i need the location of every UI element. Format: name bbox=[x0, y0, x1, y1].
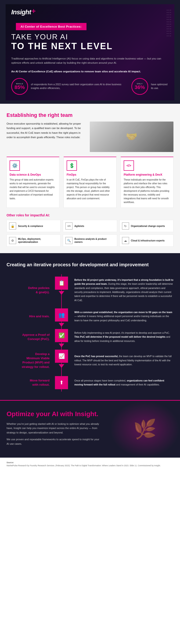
step-label-1: Define policies & goal(s). bbox=[6, 274, 53, 306]
step-icon-5: ⬆ bbox=[55, 376, 68, 389]
optimize-section: 🌿 Optimize your AI with Insight. Whether… bbox=[0, 400, 180, 458]
team-section-title: Establishing the right team bbox=[6, 112, 174, 118]
step-desc-4: Once the PoC has proved successful, the … bbox=[70, 347, 174, 374]
cloud-label: Cloud & infrastructure experts bbox=[131, 239, 165, 242]
process-step-1: Define policies & goal(s). 📋 Before the … bbox=[6, 274, 174, 306]
hero-body-text: Traditional approaches to Artificial Int… bbox=[11, 56, 169, 74]
role-card-datascience: ⚙️ Data science & DevOps This group of d… bbox=[6, 157, 59, 208]
other-role-business-analysts: 🔍 Business analysts & product owners bbox=[63, 234, 117, 246]
stat-circle-85: WHILE 85% bbox=[11, 78, 28, 95]
agileists-label: Agileists bbox=[74, 224, 84, 228]
other-roles-grid: 🔒 Security & compliance </> Agileists ↻ … bbox=[6, 220, 174, 246]
step-label-2: Hire and train. bbox=[6, 306, 53, 327]
hero-body: Traditional approaches to Artificial Int… bbox=[5, 53, 175, 74]
hero-stats: WHILE 85% of respondents from a 2022 sur… bbox=[5, 74, 175, 100]
hero-badge: AI Center of Excellence Best Practices: bbox=[16, 23, 86, 30]
process-step-2: Hire and train. 👥 With a common goal est… bbox=[6, 306, 174, 327]
hero-title-line2: TO THE NEXT LEVEL bbox=[11, 41, 169, 51]
process-section-title: Creating an iterative process for develo… bbox=[6, 262, 174, 268]
process-step-4: Develop a Minimum Viable Product (MVP) a… bbox=[6, 347, 174, 374]
step-icon-4: 📈 bbox=[55, 350, 68, 363]
role-desc-finops: In an AI CoE, FinOps plays the role of m… bbox=[67, 178, 113, 200]
role-title-finops: FinOps bbox=[67, 173, 113, 177]
role-title-platform: Platform engineering & DevX bbox=[124, 173, 171, 177]
role-card-finops: 💲 FinOps In an AI CoE, FinOps plays the … bbox=[64, 157, 116, 208]
step-desc-2: With a common goal established, the orga… bbox=[70, 306, 174, 327]
hero-title-line1: TAKE YOUR AI bbox=[11, 32, 169, 41]
footer: Source: MarketPulse Research by Foundry … bbox=[0, 458, 180, 470]
step-middle-4: 📈 bbox=[53, 347, 70, 374]
step-label-3: Approve a Proof of Concept (PoC). bbox=[6, 327, 53, 347]
process-section: Creating an iterative process for develo… bbox=[0, 253, 180, 400]
process-step-5: Move forward with rollout. ⬆ Once all pr… bbox=[6, 374, 174, 392]
stat-number-36: 36% bbox=[135, 85, 145, 90]
step-arrow-3 bbox=[59, 344, 64, 347]
logo-text: Insight bbox=[11, 8, 31, 16]
role-card-platform: </> Platform engineering & DevX These in… bbox=[121, 157, 174, 208]
header: Insight ✛ ●●●●●●●●●●●●●●●●●●●●●●●●●●●●●●… bbox=[0, 0, 180, 104]
hero-title: TAKE YOUR AI TO THE NEXT LEVEL bbox=[5, 30, 175, 53]
step-label-5: Move forward with rollout. bbox=[6, 374, 53, 392]
optimize-title: Optimize your AI with Insight. bbox=[6, 410, 100, 418]
role-desc-datascience: This group of data and automation expert… bbox=[9, 178, 56, 200]
other-role-org-change: ↻ Organizational change experts bbox=[119, 220, 174, 232]
optimize-content: Optimize your AI with Insight. Whether y… bbox=[6, 410, 100, 446]
step-desc-5: Once all previous stages have been compl… bbox=[70, 374, 174, 392]
other-role-security: 🔒 Security & compliance bbox=[6, 220, 61, 232]
role-icon-finops: 💲 bbox=[67, 160, 77, 171]
stat-desc-36: have optimized its use. bbox=[151, 83, 169, 90]
main-roles-grid: ⚙️ Data science & DevOps This group of d… bbox=[6, 157, 174, 208]
org-change-icon: ↻ bbox=[122, 222, 129, 230]
stat-85: WHILE 85% of respondents from a 2022 sur… bbox=[11, 78, 129, 95]
optimize-text-1: Whether you're just getting started with… bbox=[6, 422, 100, 435]
other-role-cloud: ☁ Cloud & infrastructure experts bbox=[119, 234, 174, 246]
org-change-label: Organizational change experts bbox=[131, 224, 165, 228]
mlops-label: MLOps, deployment, operationalization bbox=[18, 238, 58, 244]
team-section: Establishing the right team Once executi… bbox=[0, 104, 180, 254]
step-desc-3: Before fully implementing a new AI proje… bbox=[70, 327, 174, 347]
footer-source: Source: MarketPulse Research by Foundry … bbox=[6, 461, 174, 467]
step-middle-5: ⬆ bbox=[53, 374, 70, 392]
role-title-datascience: Data science & DevOps bbox=[9, 173, 56, 177]
step-label-4: Develop a Minimum Viable Product (MVP) a… bbox=[6, 347, 53, 374]
optimize-text-2: We use proven and repeatable frameworks … bbox=[6, 437, 100, 446]
other-role-agileists: </> Agileists bbox=[63, 220, 117, 232]
logo-plus-icon: ✛ bbox=[31, 8, 35, 14]
step-arrow-4 bbox=[59, 364, 64, 368]
other-role-mlops: ⚙ MLOps, deployment, operationalization bbox=[6, 234, 61, 246]
hero-section: Insight ✛ ●●●●●●●●●●●●●●●●●●●●●●●●●●●●●●… bbox=[5, 4, 175, 100]
stat-circle-36: ONLY 36% bbox=[131, 78, 148, 95]
step-icon-2: 👥 bbox=[55, 308, 68, 322]
step-arrow-1 bbox=[59, 291, 64, 295]
cloud-icon: ☁ bbox=[122, 237, 129, 244]
agileists-icon: </> bbox=[65, 222, 72, 230]
business-analysts-label: Business analysts & product owners bbox=[74, 238, 114, 244]
step-middle-3: ✅ bbox=[53, 327, 70, 347]
step-desc-1: Before the AI project gets underway, it'… bbox=[70, 274, 174, 306]
team-intro-text: Once executive sponsorship is establishe… bbox=[6, 122, 86, 146]
other-roles-title: Other roles for impactful AI: bbox=[6, 213, 174, 217]
security-icon: 🔒 bbox=[9, 222, 16, 230]
stat-number-85: 85% bbox=[14, 85, 25, 90]
mlops-icon: ⚙ bbox=[9, 237, 16, 244]
security-label: Security & compliance bbox=[18, 224, 43, 228]
role-desc-platform: These individuals are responsible for th… bbox=[124, 178, 171, 204]
process-step-3: Approve a Proof of Concept (PoC). ✅ Befo… bbox=[6, 327, 174, 347]
step-middle-2: 👥 bbox=[53, 306, 70, 327]
stat-36: ONLY 36% have optimized its use. bbox=[131, 78, 169, 95]
step-icon-1: 📋 bbox=[55, 276, 68, 290]
step-icon-3: ✅ bbox=[55, 329, 68, 342]
stat-desc-85: of respondents from a 2022 survey said t… bbox=[31, 83, 129, 90]
role-icon-platform: </> bbox=[124, 160, 134, 171]
process-steps-container: Define policies & goal(s). 📋 Before the … bbox=[6, 274, 174, 392]
business-analysts-icon: 🔍 bbox=[65, 237, 72, 244]
step-arrow-2 bbox=[59, 323, 64, 327]
role-icon-datascience: ⚙️ bbox=[9, 160, 20, 171]
step-middle-1: 📋 bbox=[53, 274, 70, 306]
